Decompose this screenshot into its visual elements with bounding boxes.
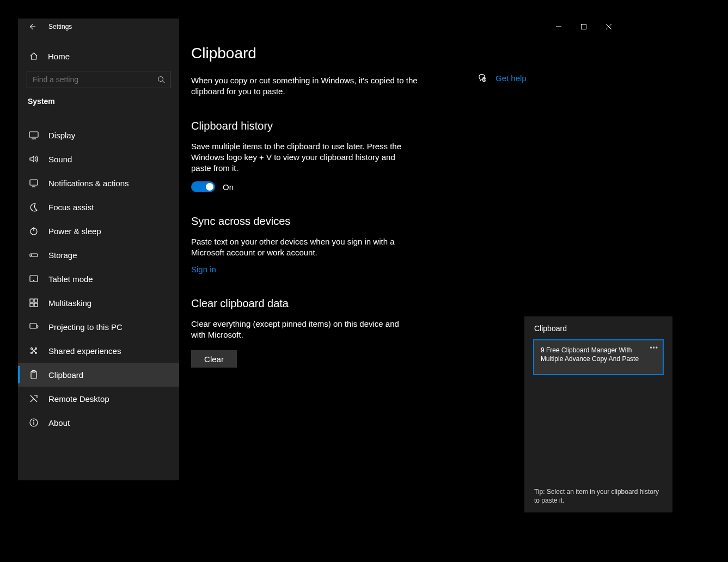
sidebar-item-label: Storage: [48, 251, 77, 260]
close-button[interactable]: [596, 19, 621, 35]
sound-icon: [29, 154, 39, 164]
storage-icon: [29, 250, 39, 260]
sidebar-item-label: Tablet mode: [48, 274, 93, 284]
sidebar-item-about[interactable]: About: [18, 411, 179, 435]
sidebar-item-label: Clipboard: [48, 370, 83, 380]
sidebar: Settings Home System: [18, 19, 179, 480]
moon-icon: [29, 202, 39, 212]
history-toggle[interactable]: [191, 181, 215, 192]
sidebar-item-multitasking[interactable]: Multitasking: [18, 291, 179, 315]
search-input[interactable]: [27, 71, 170, 88]
sidebar-item-label: Multitasking: [48, 298, 91, 308]
power-icon: [29, 226, 39, 236]
svg-rect-10: [30, 303, 33, 307]
sidebar-item-label: Sound: [48, 155, 72, 164]
minimize-button[interactable]: [546, 19, 571, 35]
signin-link[interactable]: Sign in: [191, 265, 216, 274]
info-icon: [29, 418, 39, 427]
home-link[interactable]: Home: [18, 46, 179, 66]
flyout-title: Clipboard: [524, 316, 672, 337]
tablet-icon: [29, 274, 39, 284]
sidebar-item-remote[interactable]: Remote Desktop: [18, 387, 179, 411]
sidebar-item-projecting[interactable]: Projecting to this PC: [18, 315, 179, 339]
svg-rect-9: [34, 299, 38, 302]
nav-list: Display Sound Notifications & actions Fo…: [18, 123, 179, 435]
clipboard-icon: [29, 370, 39, 380]
clear-heading: Clear clipboard data: [191, 297, 621, 310]
multitasking-icon: [29, 298, 39, 308]
sidebar-item-clipboard[interactable]: Clipboard: [18, 363, 179, 387]
help-block: Get help: [478, 73, 527, 83]
svg-point-23: [484, 81, 485, 81]
page-title: Clipboard: [191, 45, 621, 62]
clear-button[interactable]: Clear: [191, 350, 237, 368]
app-title: Settings: [48, 23, 72, 30]
help-icon: [478, 73, 488, 83]
sidebar-item-tablet[interactable]: Tablet mode: [18, 267, 179, 291]
sidebar-item-display[interactable]: Display: [18, 123, 179, 147]
svg-point-5: [31, 255, 32, 255]
svg-rect-21: [582, 25, 586, 29]
sidebar-item-sound[interactable]: Sound: [18, 147, 179, 171]
svg-point-7: [33, 280, 34, 280]
svg-rect-2: [30, 180, 38, 185]
toggle-state-label: On: [223, 182, 234, 192]
sidebar-item-storage[interactable]: Storage: [18, 243, 179, 267]
clipboard-flyout: Clipboard 9 Free Clipboard Manager With …: [524, 316, 672, 512]
sidebar-item-label: Display: [48, 131, 75, 140]
category-label: System: [18, 90, 179, 112]
notifications-icon: [29, 178, 39, 188]
sidebar-item-label: Remote Desktop: [48, 394, 109, 404]
back-icon[interactable]: [28, 22, 36, 31]
history-heading: Clipboard history: [191, 120, 621, 132]
get-help-link[interactable]: Get help: [495, 74, 527, 83]
sidebar-item-label: Notifications & actions: [48, 179, 129, 188]
sidebar-item-power[interactable]: Power & sleep: [18, 219, 179, 243]
shared-icon: [29, 346, 39, 356]
flyout-tip: Tip: Select an item in your clipboard hi…: [524, 481, 672, 512]
svg-rect-1: [29, 132, 38, 137]
sidebar-item-notifications[interactable]: Notifications & actions: [18, 171, 179, 195]
title-bar: Settings: [18, 19, 179, 35]
svg-point-20: [33, 420, 34, 421]
sidebar-item-label: Focus assist: [48, 203, 94, 212]
display-icon: [29, 130, 39, 140]
page-intro: When you copy or cut something in Window…: [191, 75, 420, 97]
home-icon: [29, 51, 39, 61]
sync-heading: Sync across devices: [191, 215, 621, 228]
clipboard-item[interactable]: 9 Free Clipboard Manager With Multiple A…: [533, 339, 664, 375]
clear-desc: Clear everything (except pinned items) o…: [191, 319, 414, 340]
history-desc: Save multiple items to the clipboard to …: [191, 141, 414, 174]
window-controls: [546, 19, 621, 35]
svg-rect-12: [30, 323, 36, 328]
sidebar-item-focus-assist[interactable]: Focus assist: [18, 195, 179, 219]
sidebar-item-label: Shared experiences: [48, 346, 121, 356]
sidebar-item-label: Power & sleep: [48, 227, 101, 236]
sync-desc: Paste text on your other devices when yo…: [191, 236, 414, 258]
sidebar-item-shared[interactable]: Shared experiences: [18, 339, 179, 363]
svg-rect-11: [34, 303, 38, 307]
projecting-icon: [29, 322, 39, 332]
svg-rect-8: [30, 299, 33, 302]
sidebar-item-label: About: [48, 418, 70, 427]
sidebar-item-label: Projecting to this PC: [48, 322, 123, 332]
remote-icon: [29, 394, 39, 404]
toggle-knob: [206, 183, 213, 191]
clipboard-item-text: 9 Free Clipboard Manager With Multiple A…: [541, 346, 639, 363]
more-icon[interactable]: •••: [650, 344, 658, 352]
home-label: Home: [48, 52, 70, 61]
maximize-button[interactable]: [571, 19, 596, 35]
